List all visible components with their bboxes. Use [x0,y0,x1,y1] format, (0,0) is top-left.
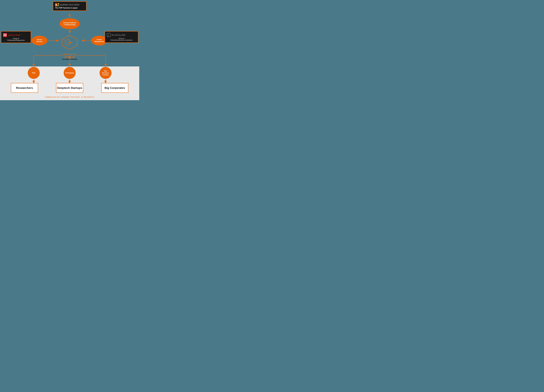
big-corporates-box: Big Corporates [101,83,128,93]
cog-subtitle: Incubation Facility [62,58,77,60]
ln-header: Leave a Nest [3,33,29,37]
leave-nest-title: Leave a Nest [8,34,20,36]
svg-marker-29 [69,41,73,43]
researchers-label: Researchers [16,86,33,90]
gl-header: g GLOCALINK [107,33,136,37]
prototyping-circle: Prototyping [64,67,76,79]
svg-text:g: g [108,34,109,36]
sf-title: SUPER FACTORY [60,4,80,6]
svg-rect-22 [5,34,6,35]
glocalink-box: g GLOCALINK Group ofProfessional Busines… [105,31,138,43]
deeptech-box: Deeptech Startups [56,83,83,93]
rd-circle: R&D [28,67,40,79]
diagram-container: SF SUPER FACTORY The TOP Factories in ja… [0,0,139,100]
cog-title: CENTER OFGARAGE [62,53,77,58]
svg-text:SF: SF [55,4,58,6]
svg-rect-23 [4,35,5,36]
glocalink-subtitle: Group ofProfessional Business Accelerato… [107,38,136,41]
big-corporates-label: Big Corporates [105,86,125,90]
glocalink-logo-icon: g [107,33,111,37]
solving-problems-ellipse: Solving Problemsin MakingThings [60,18,80,29]
new-business-text: NewBusinessCreation [102,70,109,76]
leave-nest-subtitle: Group ofProfessional Researchers [3,38,29,41]
leave-nest-box: Leave a Nest Group ofProfessional Resear… [1,31,31,43]
communication-label: Communication between Partners & Residen… [45,96,94,98]
prototyping-text: Prototyping [65,72,74,74]
sf-header: SF SUPER FACTORY [55,3,80,6]
various-services-ellipse: VariousServices [32,36,47,46]
various-services-text: VariousServices [35,39,44,42]
deeptech-label: Deeptech Startups [57,86,82,90]
sf-logo-icon: SF [55,3,59,6]
leave-nest-logo-icon [3,33,7,37]
facility-management-text: FacilityManagement [93,39,105,42]
center-of-garage-label: CENTER OFGARAGE Incubation Facility [62,53,77,60]
rd-text: R&D [32,72,35,74]
researchers-box: Researchers [11,83,38,93]
glocalink-title: GLOCALINK [112,34,125,36]
solving-problems-text: Solving Problemsin MakingThings [62,22,77,26]
center-hexagon-area: G [59,34,81,51]
sf-subtitle: The TOP Factories in japan [55,7,77,9]
new-business-circle: NewBusinessCreation [100,67,112,79]
center-hexagon-icon: G [61,35,78,50]
super-factory-box: SF SUPER FACTORY The TOP Factories in ja… [53,1,87,11]
svg-rect-21 [4,34,5,35]
svg-rect-24 [5,35,6,36]
svg-rect-20 [3,33,7,37]
